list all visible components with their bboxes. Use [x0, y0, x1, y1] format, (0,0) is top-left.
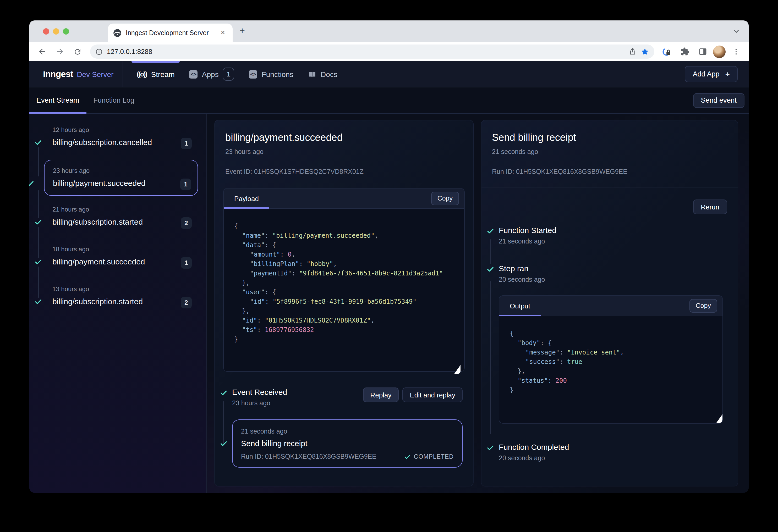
- nav-item-label: Stream: [151, 70, 175, 78]
- run-id: Run ID: 01H5SQK1XEQ816X8GSB9WEG9EE: [492, 168, 727, 175]
- event-count-badge: 2: [181, 217, 192, 229]
- browser-tab[interactable]: Inngest Development Server ✕: [108, 23, 233, 42]
- event-stream-sidebar: 12 hours ago billing/subscription.cancel…: [29, 114, 207, 493]
- site-info-icon[interactable]: [95, 48, 103, 55]
- event-list-item[interactable]: 18 hours ago billing/payment.succeeded 1: [52, 246, 198, 267]
- screen: Inngest Development Server ✕ +: [0, 0, 778, 532]
- add-app-button[interactable]: Add App +: [685, 66, 737, 82]
- inngest-app: inngest Dev Server ((o)) Stream <> Apps …: [29, 61, 749, 493]
- step-event-received: Event Received 23 hours ago Replay Edit …: [220, 387, 463, 407]
- tab-title: Inngest Development Server: [126, 29, 219, 36]
- selected-event-ring[interactable]: 23 hours ago billing/payment.succeeded 1: [44, 160, 198, 196]
- event-list-item[interactable]: 13 hours ago billing/subscription.starte…: [52, 285, 198, 307]
- check-icon: [34, 258, 42, 265]
- step-title: Event Received: [232, 387, 287, 396]
- browser-toolbar: 127.0.0.1:8288: [29, 42, 749, 61]
- nav-item-functions[interactable]: <> Functions: [249, 61, 293, 87]
- check-icon: [34, 139, 42, 146]
- event-list-item[interactable]: 12 hours ago billing/subscription.cancel…: [52, 126, 198, 148]
- reload-button[interactable]: [70, 44, 85, 59]
- event-name: billing/payment.succeeded: [53, 178, 198, 188]
- run-timestamp: 21 seconds ago: [492, 148, 727, 156]
- rerun-button[interactable]: Rerun: [693, 199, 727, 214]
- tab-favicon: [113, 28, 122, 37]
- event-time: 18 hours ago: [52, 246, 198, 253]
- edit-and-replay-button[interactable]: Edit and replay: [403, 387, 463, 402]
- stream-icon: ((o)): [137, 70, 147, 78]
- run-status-label: COMPLETED: [414, 453, 454, 460]
- copy-payload-button[interactable]: Copy: [431, 192, 459, 205]
- step-title: Function Started: [499, 226, 727, 235]
- check-icon: [220, 389, 227, 396]
- event-count-badge: 1: [181, 138, 192, 149]
- docs-book-icon: [308, 70, 316, 78]
- step-step-ran: Step ran 20 seconds ago Output Copy: [487, 264, 727, 424]
- close-traffic-light[interactable]: [43, 28, 49, 34]
- divider: [481, 187, 737, 187]
- timeline-connector: [38, 227, 39, 258]
- tab-event-stream[interactable]: Event Stream: [29, 87, 86, 113]
- side-panel-icon[interactable]: [695, 44, 710, 59]
- detail-panels: billing/payment.succeeded 23 hours ago E…: [207, 114, 749, 493]
- nav-item-label: Docs: [321, 70, 337, 78]
- event-name: billing/subscription.started: [52, 217, 198, 227]
- step-function-run: 21 seconds ago Send billing receipt Run …: [220, 420, 463, 468]
- output-code[interactable]: {"body": {"message": "Invoice sent","suc…: [499, 316, 722, 423]
- tab-close-icon[interactable]: ✕: [219, 28, 227, 37]
- forward-button[interactable]: [52, 44, 67, 59]
- step-gutter: [487, 226, 499, 245]
- output-header: Output Copy: [499, 296, 722, 316]
- stream-subnav: Event Stream Function Log Send event: [29, 87, 749, 114]
- event-count-badge: 2: [181, 297, 192, 308]
- step-gutter: [220, 387, 232, 407]
- check-icon: [29, 180, 34, 187]
- back-button[interactable]: [34, 44, 49, 59]
- bookmark-star-icon[interactable]: [641, 48, 649, 56]
- new-tab-button[interactable]: +: [239, 26, 245, 35]
- function-run-card[interactable]: 21 seconds ago Send billing receipt Run …: [232, 420, 463, 468]
- step-function-started: Function Started 21 seconds ago: [487, 226, 727, 245]
- nav-item-stream[interactable]: ((o)) Stream: [137, 61, 175, 87]
- send-event-button[interactable]: Send event: [693, 93, 745, 108]
- run-status-badge: COMPLETED: [404, 453, 454, 460]
- event-list-item-selected[interactable]: 23 hours ago billing/payment.succeeded 1: [53, 167, 198, 188]
- payload-tab[interactable]: Payload: [224, 188, 269, 208]
- extensions-puzzle-icon[interactable]: [678, 44, 692, 59]
- app-navbar: inngest Dev Server ((o)) Stream <> Apps …: [29, 61, 749, 87]
- url-text[interactable]: 127.0.0.1:8288: [107, 48, 624, 56]
- url-bar[interactable]: 127.0.0.1:8288: [90, 45, 654, 59]
- tab-function-log[interactable]: Function Log: [86, 87, 142, 113]
- functions-icon: <>: [249, 70, 257, 78]
- minimize-traffic-light[interactable]: [53, 28, 59, 34]
- event-time: 12 hours ago: [52, 126, 198, 134]
- step-function-completed: Function Completed 20 seconds ago: [487, 442, 727, 462]
- profile-avatar[interactable]: [713, 45, 726, 58]
- event-list-item[interactable]: 21 hours ago billing/subscription.starte…: [52, 206, 198, 227]
- check-icon: [487, 227, 494, 235]
- event-id: Event ID: 01H5SQK1S7HDESQ2C7VD8RX01Z: [225, 168, 463, 175]
- timeline-connector: [223, 401, 224, 444]
- output-tab[interactable]: Output: [499, 296, 541, 316]
- nav-item-docs[interactable]: Docs: [308, 61, 337, 87]
- page-curl-decoration: [716, 414, 722, 423]
- event-timestamp: 23 hours ago: [225, 148, 463, 156]
- nav-item-label: Apps: [202, 70, 219, 78]
- event-name: billing/subscription.cancelled: [52, 137, 198, 148]
- tab-label: Function Log: [93, 96, 134, 104]
- check-icon: [487, 265, 494, 273]
- tab-search-chevron-icon[interactable]: [732, 27, 740, 35]
- replay-button[interactable]: Replay: [363, 387, 399, 402]
- event-time: 23 hours ago: [53, 167, 198, 175]
- event-name: billing/payment.succeeded: [52, 257, 198, 267]
- share-icon[interactable]: [629, 48, 636, 56]
- zoom-traffic-light[interactable]: [63, 28, 69, 34]
- nav-item-apps[interactable]: <> Apps 1: [189, 61, 234, 87]
- copy-output-button[interactable]: Copy: [690, 299, 717, 313]
- payload-code[interactable]: {"name": "billing/payment.succeeded","da…: [224, 209, 464, 371]
- check-icon: [487, 444, 494, 451]
- plus-icon: +: [725, 70, 730, 79]
- timeline-connector: [490, 239, 491, 264]
- dev-server-label: Dev Server: [77, 70, 113, 78]
- browser-menu-icon[interactable]: [729, 44, 744, 59]
- privacy-lock-extension-icon[interactable]: [659, 44, 674, 59]
